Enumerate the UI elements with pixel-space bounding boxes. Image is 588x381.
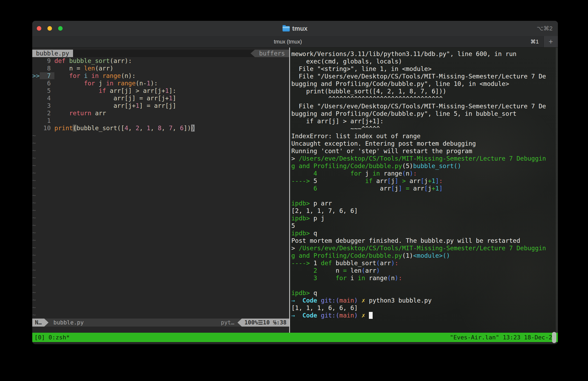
terminal-row: bugging and Profiling/Code/bubble.py", l… [291,110,558,117]
terminal-row: 2 n = len(arr) [291,267,558,274]
tab-bar: tmux (tmux) ⌘1 + [32,36,558,47]
desktop-background: tmux ⌥⌘2 tmux (tmux) ⌘1 + bubble.py buff… [0,0,588,381]
code-line: 4 arr[j] = arr[j+1] [32,94,289,102]
vim-mode-indicator: N… [32,319,44,327]
terminal-row: Uncaught exception. Entering post mortem… [291,140,558,147]
terminal-row: ipdb> q [291,229,558,237]
terminal-row: ipdb> q [291,289,558,297]
filler-line: ~ [32,304,289,311]
terminal-row [291,282,558,289]
filler-line: ~ [32,147,289,154]
statusline-filetype: pyt… [218,319,238,327]
vim-code-area[interactable]: 9 def bubble_sort(arr): 8 n = len(arr)>>… [32,57,289,319]
filler-line: ~ [32,266,289,274]
terminal-row: ~~~^^^^^ [291,125,558,132]
tmux-host-clock: "Eves-Air.lan" 13:23 18-Dec-23 [450,334,556,341]
vim-command-line[interactable] [32,327,289,333]
terminal-row: > /Users/eve/Desktop/CS/Tools/MIT-Missin… [291,155,558,162]
filler-line: ~ [32,154,289,162]
tmux-session-label[interactable]: [0] 0:zsh* [34,334,70,341]
powerline-left-arrow-icon [237,319,242,327]
statusline-position: 100%☰10 ℅:38 [242,319,289,327]
minimize-button[interactable] [47,26,52,31]
terminal-row: 3 for i in range(n): [291,274,558,282]
terminal-row: 4 for j in range(n): [291,170,558,177]
filler-line: ~ [32,139,289,147]
filler-line: ~ [32,281,289,289]
window-titlebar[interactable]: tmux ⌥⌘2 [32,21,558,36]
filler-line: ~ [32,289,289,296]
filler-line: ~ [32,192,289,199]
terminal-row: File "<string>", line 1, in <module> [291,65,558,73]
filler-line: ~ [32,199,289,207]
filler-line: ~ [32,236,289,244]
filler-line: ~ [32,184,289,192]
terminal-row: if arr[j] > arr[j+1]: [291,117,558,125]
terminal-window: tmux ⌥⌘2 tmux (tmux) ⌘1 + bubble.py buff… [32,21,558,344]
filler-line: ~ [32,244,289,251]
filler-line: ~ [32,132,289,139]
powerline-right-arrow-icon [44,319,49,327]
vim-buffer-tab[interactable]: bubble.py [32,50,73,57]
terminal-row: ----> 5 if arr[j] > arr[j+1]: [291,177,558,185]
vim-statusline: N… bubble.py pyt… 100%☰10 ℅:38 [32,319,289,327]
terminal-pane[interactable]: mework/Versions/3.11/lib/python3.11/bdb.… [290,47,558,333]
terminal-row: exec(cmd, globals, locals) [291,58,558,65]
terminal-row: > /Users/eve/Desktop/CS/Tools/MIT-Missin… [291,244,558,252]
terminal-row: [2, 1, 1, 7, 6, 6] [291,207,558,215]
terminal-row [291,192,558,200]
terminal-row: Post mortem debugger finished. The bubbl… [291,237,558,244]
window-title-group: tmux [283,25,307,32]
terminal-output: mework/Versions/3.11/lib/python3.11/bdb.… [290,47,558,319]
filler-line: ~ [32,169,289,177]
tab-shortcut-label: ⌘1 [530,38,539,45]
terminal-row: → Code git:(main) ✗ [291,312,558,319]
filler-line: ~ [32,207,289,214]
vim-buffers-label: buffers [255,50,289,57]
code-line: 3 arr[j+1] = arr[j] [32,102,289,109]
terminal-row: g and Profiling/Code/bubble.py(1)<module… [291,252,558,259]
terminal-row: → Code git:(main) ✗ python3 bubble.py [291,297,558,304]
terminal-row: ----> 1 def bubble_sort(arr): [291,259,558,267]
filler-line: ~ [32,296,289,304]
code-line: 2 return arr [32,109,289,117]
terminal-row: File "/Users/eve/Desktop/CS/Tools/MIT-Mi… [291,73,558,80]
vim-tabline: bubble.py buffers [32,50,289,57]
filler-line: ~ [32,251,289,259]
code-line: 1 [32,117,289,124]
code-line: 8 n = len(arr) [32,65,289,72]
filler-line: ~ [32,229,289,236]
terminal-row: ipdb> p arr [291,200,558,207]
filler-line: ~ [32,177,289,184]
traffic-lights [37,21,63,36]
filler-line: ~ [32,274,289,281]
filler-line: ~ [32,221,289,229]
pane-shortcut-label: ⌥⌘2 [537,21,553,36]
statusline-filename: bubble.py [49,319,88,327]
vim-pane[interactable]: bubble.py buffers 9 def bubble_sort(arr)… [32,47,289,333]
scrollbar-thumb[interactable] [552,332,556,343]
filler-line: ~ [32,259,289,266]
vim-tabline-spacer [73,50,251,57]
terminal-row: g and Profiling/Code/bubble.py(5)bubble_… [291,162,558,170]
code-line: >> 7 for i in range(n): [32,72,289,80]
new-tab-button[interactable]: + [543,36,558,47]
tab-tmux[interactable]: tmux (tmux) ⌘1 [32,36,543,47]
filler-line: ~ [32,162,289,169]
tmux-panes: bubble.py buffers 9 def bubble_sort(arr)… [32,47,558,333]
terminal-row: ^^^^^^^^^^^^^^^^^^^^^^^^^^^^^^^ [291,95,558,102]
window-title: tmux [292,25,307,32]
tmux-status-bar: [0] 0:zsh* "Eves-Air.lan" 13:23 18-Dec-2… [32,333,558,342]
terminal-row: 5 [291,222,558,229]
code-line: 6 for j in range(n-1): [32,80,289,87]
close-button[interactable] [37,26,41,31]
terminal-row: bugging and Profiling/Code/bubble.py", l… [291,80,558,88]
vim-buffers-chip: buffers [251,50,289,57]
statusline-spacer [88,319,218,327]
code-line: 9 def bubble_sort(arr): [32,57,289,65]
code-line: 5 if arr[j] > arr[j+1]: [32,87,289,94]
folder-icon [283,26,290,31]
tab-label: tmux (tmux) [274,39,302,45]
fullscreen-button[interactable] [58,26,63,31]
terminal-row: IndexError: list index out of range [291,132,558,140]
